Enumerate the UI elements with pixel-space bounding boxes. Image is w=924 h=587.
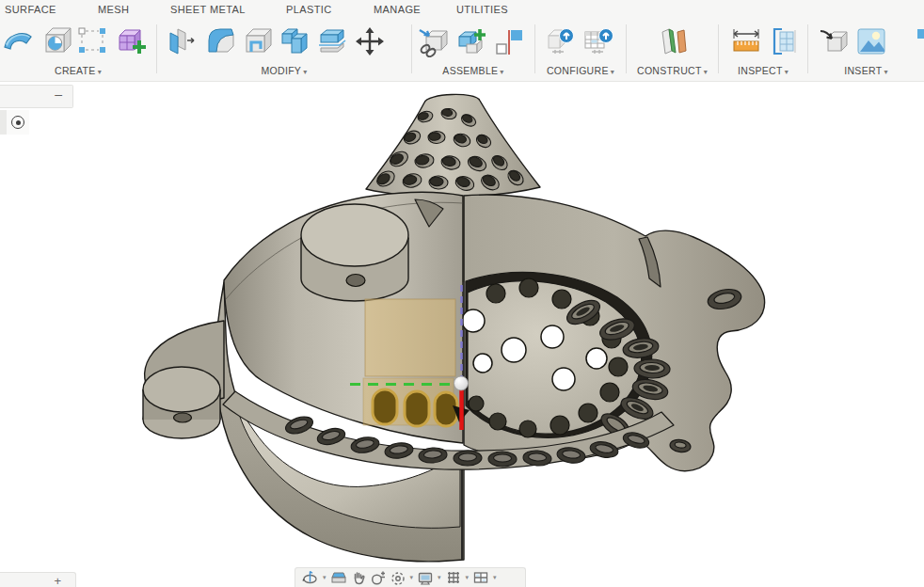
manipulator-sphere[interactable] bbox=[454, 376, 469, 390]
chevron-down-icon[interactable]: ▾ bbox=[466, 574, 470, 581]
orbit-icon[interactable] bbox=[302, 569, 319, 586]
press-pull-icon[interactable] bbox=[166, 25, 198, 57]
display-settings-icon[interactable] bbox=[417, 569, 434, 586]
surface-patch-icon[interactable] bbox=[2, 25, 34, 57]
model-top-boss[interactable] bbox=[301, 204, 408, 301]
split-body-icon[interactable] bbox=[316, 25, 348, 57]
new-component-icon[interactable] bbox=[455, 25, 487, 57]
model-viewport[interactable] bbox=[0, 0, 924, 587]
move-icon[interactable] bbox=[354, 25, 386, 57]
boundary-fill-icon[interactable] bbox=[40, 25, 72, 57]
model-cone[interactable] bbox=[366, 94, 540, 197]
tab-sheet-metal[interactable]: SHEET METAL bbox=[170, 4, 246, 15]
chevron-down-icon[interactable]: ▾ bbox=[493, 574, 497, 581]
measure-icon[interactable] bbox=[730, 25, 762, 57]
modify-dropdown[interactable]: MODIFY▾ bbox=[157, 65, 411, 76]
construction-plane-icon[interactable] bbox=[657, 25, 689, 57]
inspect-dropdown[interactable]: INSPECT▾ bbox=[719, 65, 807, 76]
minimize-icon[interactable]: – bbox=[55, 87, 62, 102]
pattern-icon[interactable] bbox=[77, 25, 109, 57]
model-left-ear[interactable] bbox=[143, 321, 224, 438]
create-form-icon[interactable] bbox=[115, 25, 147, 57]
circle-dot-button[interactable] bbox=[7, 110, 29, 135]
configuration-icon[interactable] bbox=[545, 25, 577, 57]
insert-dropdown[interactable]: INSERT▾ bbox=[808, 65, 924, 76]
tab-utilities[interactable]: UTILITIES bbox=[456, 4, 508, 15]
group-insert: INSERT▾ bbox=[808, 23, 924, 79]
chevron-down-icon: ▾ bbox=[704, 68, 708, 76]
joint-flag-icon[interactable] bbox=[493, 25, 525, 57]
create-dropdown[interactable]: CREATE▾ bbox=[0, 65, 156, 76]
chevron-down-icon: ▾ bbox=[611, 68, 614, 76]
section-box[interactable] bbox=[365, 299, 455, 376]
viewports-icon[interactable] bbox=[472, 569, 489, 586]
chevron-down-icon[interactable]: ▾ bbox=[438, 574, 441, 581]
circle-dot-icon bbox=[11, 116, 24, 129]
tab-manage[interactable]: MANAGE bbox=[374, 4, 421, 15]
configuration-table-icon[interactable] bbox=[582, 25, 614, 57]
chevron-down-icon: ▾ bbox=[785, 68, 789, 76]
look-at-icon[interactable] bbox=[330, 569, 347, 586]
zoom-icon[interactable] bbox=[370, 569, 387, 586]
grid-icon[interactable] bbox=[445, 569, 462, 586]
chevron-down-icon: ▾ bbox=[98, 68, 102, 76]
expand-icon[interactable]: + bbox=[54, 574, 61, 587]
fillet-icon[interactable] bbox=[203, 25, 235, 57]
browser-strip bbox=[0, 110, 7, 135]
model-canvas[interactable] bbox=[0, 0, 924, 587]
group-modify: MODIFY▾ bbox=[157, 23, 411, 79]
group-construct: CONSTRUCT▾ bbox=[627, 23, 718, 79]
chevron-down-icon[interactable]: ▾ bbox=[410, 574, 414, 581]
tab-surface[interactable]: SURFACE bbox=[5, 4, 56, 15]
derive-insert-icon[interactable] bbox=[818, 25, 850, 57]
group-create: CREATE▾ bbox=[0, 23, 156, 79]
canvas-icon[interactable] bbox=[855, 25, 887, 57]
view-navbar: ▾ ▾ ▾ ▾ ▾ bbox=[295, 567, 526, 587]
chevron-down-icon: ▾ bbox=[303, 68, 307, 76]
tab-plastic[interactable]: PLASTIC bbox=[286, 4, 332, 15]
ribbon-header: SURFACE MESH SHEET METAL PLASTIC MANAGE … bbox=[0, 0, 924, 82]
chevron-down-icon[interactable]: ▾ bbox=[323, 574, 327, 581]
clipped-edge-icon[interactable] bbox=[917, 29, 924, 39]
insert-link-icon[interactable] bbox=[418, 25, 450, 57]
tab-mesh[interactable]: MESH bbox=[98, 4, 129, 15]
browser-dot-widget[interactable] bbox=[0, 110, 29, 135]
group-inspect: INSPECT▾ bbox=[719, 23, 807, 79]
browser-collapsed-bar[interactable]: – bbox=[0, 85, 73, 108]
section-overlay[interactable] bbox=[363, 299, 470, 426]
group-assemble: ASSEMBLE▾ bbox=[412, 23, 534, 79]
timeline-collapsed-bar[interactable]: + bbox=[0, 572, 76, 587]
highlighted-slots bbox=[373, 389, 457, 426]
combine-icon[interactable] bbox=[279, 25, 311, 57]
section-analysis-icon[interactable] bbox=[768, 25, 800, 57]
chevron-down-icon: ▾ bbox=[884, 68, 887, 76]
configure-dropdown[interactable]: CONFIGURE▾ bbox=[535, 65, 626, 76]
group-configure: CONFIGURE▾ bbox=[535, 23, 626, 79]
construct-dropdown[interactable]: CONSTRUCT▾ bbox=[627, 65, 718, 76]
shell-icon[interactable] bbox=[241, 25, 273, 57]
fit-icon[interactable] bbox=[390, 569, 406, 586]
chevron-down-icon: ▾ bbox=[500, 68, 503, 76]
pan-icon[interactable] bbox=[350, 569, 367, 586]
assemble-dropdown[interactable]: ASSEMBLE▾ bbox=[412, 65, 534, 76]
